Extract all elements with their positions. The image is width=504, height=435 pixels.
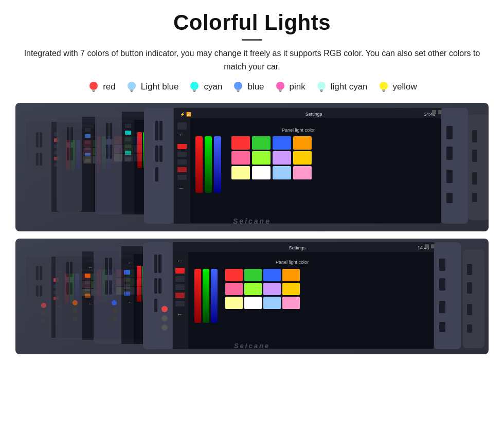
svg-rect-319 <box>263 269 281 281</box>
svg-point-15 <box>317 82 326 90</box>
svg-rect-227 <box>85 274 91 278</box>
svg-text:Settings: Settings <box>305 112 322 117</box>
svg-rect-126 <box>144 108 174 224</box>
svg-rect-143 <box>177 144 187 149</box>
svg-rect-66 <box>85 134 91 138</box>
svg-rect-323 <box>263 283 281 295</box>
svg-rect-23 <box>40 132 42 148</box>
bulb-icon-pink <box>274 80 287 94</box>
svg-rect-150 <box>195 136 203 193</box>
svg-rect-154 <box>252 136 271 150</box>
svg-point-182 <box>41 311 46 316</box>
svg-rect-308 <box>175 276 185 282</box>
svg-rect-321 <box>225 283 243 295</box>
svg-rect-228 <box>85 280 91 284</box>
svg-rect-256 <box>109 280 112 295</box>
svg-rect-215 <box>66 262 69 277</box>
svg-rect-255 <box>105 280 108 295</box>
car-units-svg-bottom: Settings ← ← Panel light color <box>15 241 489 352</box>
svg-point-297 <box>161 315 168 321</box>
color-row: red Light blue cyan blue <box>15 80 489 94</box>
svg-rect-69 <box>85 153 91 156</box>
svg-rect-310 <box>175 293 185 298</box>
color-label-lightcyan: light cyan <box>331 82 368 92</box>
color-label-blue: blue <box>247 82 264 92</box>
svg-text:←: ← <box>177 257 183 264</box>
color-label-pink: pink <box>290 82 305 92</box>
svg-rect-16 <box>320 89 323 91</box>
svg-rect-170 <box>468 115 489 220</box>
product-image-bottom: Settings ← ← Panel light color <box>15 239 489 354</box>
svg-rect-329 <box>434 242 461 349</box>
svg-rect-129 <box>155 146 158 162</box>
svg-rect-2 <box>93 91 95 92</box>
svg-rect-335 <box>467 264 472 275</box>
svg-rect-294 <box>158 278 161 294</box>
svg-rect-93 <box>110 123 112 139</box>
svg-text:←: ← <box>178 131 185 138</box>
color-item-pink: pink <box>274 80 305 94</box>
svg-rect-265 <box>124 270 130 275</box>
svg-point-183 <box>41 318 46 323</box>
svg-rect-59 <box>67 148 69 160</box>
svg-rect-10 <box>237 89 240 91</box>
svg-text:Seicane: Seicane <box>233 217 271 225</box>
svg-rect-171 <box>472 130 477 142</box>
svg-rect-153 <box>231 136 250 150</box>
svg-rect-290 <box>143 242 173 349</box>
svg-rect-327 <box>263 297 281 309</box>
svg-rect-333 <box>439 322 445 332</box>
svg-rect-127 <box>155 121 158 140</box>
svg-rect-165 <box>441 108 468 224</box>
svg-point-259 <box>112 317 117 322</box>
svg-rect-216 <box>70 262 73 277</box>
svg-rect-291 <box>154 255 157 273</box>
svg-rect-173 <box>472 172 477 185</box>
svg-text:Panel light color: Panel light color <box>276 260 309 265</box>
svg-point-6 <box>190 82 199 90</box>
svg-rect-311 <box>175 301 185 306</box>
svg-rect-14 <box>279 91 281 92</box>
svg-point-221 <box>73 316 78 321</box>
svg-rect-104 <box>125 151 131 155</box>
bulb-icon-red <box>87 80 100 94</box>
bulb-icon-lightblue <box>125 80 138 94</box>
svg-rect-95 <box>110 144 112 159</box>
svg-rect-138 <box>432 110 436 114</box>
color-item-red: red <box>87 80 116 94</box>
color-label-red: red <box>103 82 116 92</box>
color-label-yellow: yellow <box>393 82 417 92</box>
svg-rect-328 <box>282 297 300 309</box>
svg-rect-13 <box>279 89 282 91</box>
description-text: Integrated with 7 colors of button indic… <box>21 47 483 73</box>
svg-text:←: ← <box>128 299 133 305</box>
svg-rect-330 <box>439 259 445 271</box>
color-label-lightblue: Light blue <box>141 82 179 92</box>
svg-point-296 <box>161 306 168 312</box>
bulb-icon-lightcyan <box>315 80 328 94</box>
page-title: Colorful Lights <box>15 10 489 35</box>
product-image-top: Settings Panel light color <box>15 103 489 231</box>
svg-rect-19 <box>382 89 385 91</box>
svg-rect-146 <box>177 167 187 172</box>
svg-rect-24 <box>36 153 39 166</box>
color-label-cyan: cyan <box>204 82 222 92</box>
svg-rect-160 <box>293 151 312 165</box>
svg-rect-68 <box>85 147 91 150</box>
svg-text:Panel light color: Panel light color <box>282 128 315 133</box>
svg-rect-266 <box>124 277 130 282</box>
svg-rect-332 <box>439 301 445 313</box>
svg-point-0 <box>89 82 98 90</box>
svg-rect-253 <box>105 258 108 275</box>
svg-rect-229 <box>85 287 91 291</box>
svg-rect-316 <box>211 269 218 323</box>
svg-rect-179 <box>36 285 39 297</box>
svg-rect-70 <box>85 159 91 162</box>
svg-rect-25 <box>40 153 42 166</box>
svg-rect-156 <box>293 136 312 150</box>
svg-rect-57 <box>67 127 69 142</box>
svg-point-298 <box>161 324 168 331</box>
svg-rect-331 <box>439 278 445 291</box>
svg-rect-151 <box>205 136 212 193</box>
svg-rect-161 <box>231 166 250 179</box>
